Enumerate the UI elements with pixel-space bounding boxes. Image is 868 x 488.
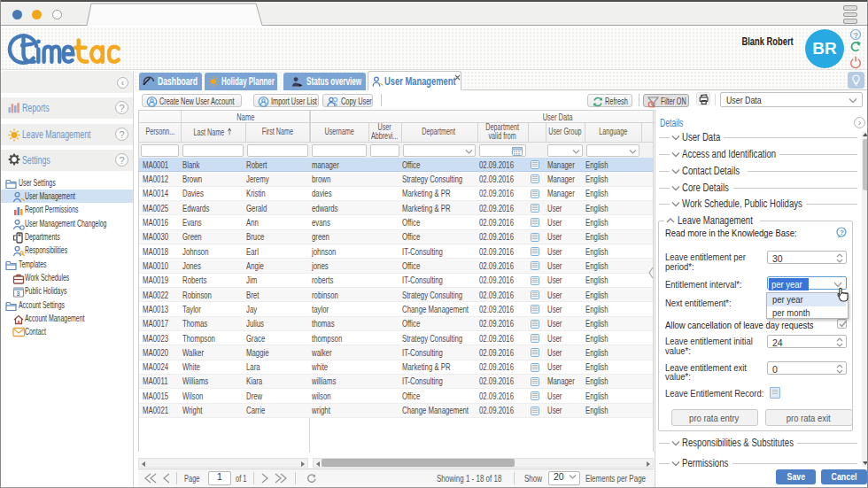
- svg-text:3: 3: [17, 290, 20, 297]
- svg-text:?: ?: [854, 31, 859, 40]
- svg-text:?: ?: [840, 229, 844, 236]
